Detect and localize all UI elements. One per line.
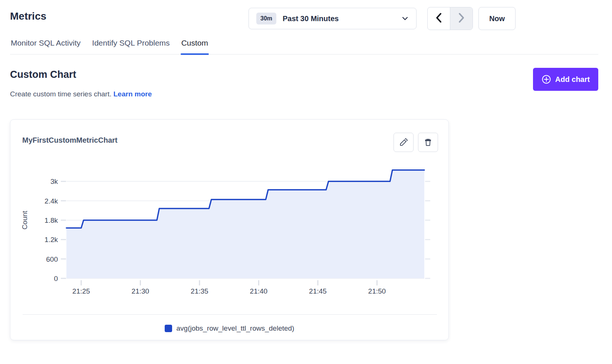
now-button[interactable]: Now [478, 7, 516, 30]
circled-plus-icon [542, 75, 551, 84]
svg-text:21:35: 21:35 [191, 287, 208, 295]
svg-text:21:30: 21:30 [132, 287, 149, 295]
time-range-label: Past 30 Minutes [283, 14, 339, 23]
section-description: Create custom time series chart. Learn m… [10, 90, 152, 98]
svg-text:600: 600 [46, 255, 58, 263]
add-chart-button[interactable]: Add chart [533, 68, 598, 91]
custom-chart-canvas[interactable]: 06001.2k1.8k2.4k3k21:2521:3021:3521:4021… [10, 120, 449, 341]
metrics-page: Metrics 30m Past 30 Minutes Now Monitor … [0, 0, 612, 364]
tab-identify-sql-problems[interactable]: Identify SQL Problems [91, 39, 170, 54]
chart-legend[interactable]: avg(jobs_row_level_ttl_rows_deleted) [10, 324, 448, 332]
svg-text:1.2k: 1.2k [45, 236, 58, 244]
chevron-down-icon [401, 16, 409, 21]
next-time-button-disabled[interactable] [450, 7, 473, 30]
tab-custom[interactable]: Custom [181, 39, 209, 54]
learn-more-link[interactable]: Learn more [113, 90, 152, 98]
time-range-badge: 30m [256, 13, 276, 24]
svg-text:2.4k: 2.4k [45, 197, 58, 205]
previous-time-button[interactable] [428, 7, 450, 30]
chevron-left-icon [435, 12, 443, 25]
svg-text:21:25: 21:25 [72, 287, 90, 295]
svg-text:3k: 3k [50, 178, 58, 185]
svg-text:1.8k: 1.8k [45, 216, 58, 224]
section-description-text: Create custom time series chart. [10, 90, 111, 98]
legend-label: avg(jobs_row_level_ttl_rows_deleted) [177, 324, 295, 332]
svg-text:21:50: 21:50 [368, 287, 386, 295]
time-range-selector[interactable]: 30m Past 30 Minutes [249, 8, 417, 29]
svg-text:Count: Count [21, 211, 29, 229]
legend-swatch [165, 325, 172, 332]
time-pager [427, 7, 473, 30]
page-title: Metrics [10, 10, 46, 22]
section-heading: Custom Chart [10, 69, 76, 80]
svg-text:21:45: 21:45 [309, 287, 327, 295]
legend-divider [23, 314, 437, 315]
svg-text:0: 0 [54, 275, 58, 282]
chevron-right-icon [457, 12, 465, 25]
svg-text:21:40: 21:40 [250, 287, 268, 295]
metrics-tabs: Monitor SQL Activity Identify SQL Proble… [10, 39, 598, 54]
add-chart-label: Add chart [555, 75, 590, 84]
tab-monitor-sql-activity[interactable]: Monitor SQL Activity [10, 39, 81, 54]
custom-chart-card: MyFirstCustomMetricChart 06001.2k1.8k2.4… [10, 119, 449, 340]
